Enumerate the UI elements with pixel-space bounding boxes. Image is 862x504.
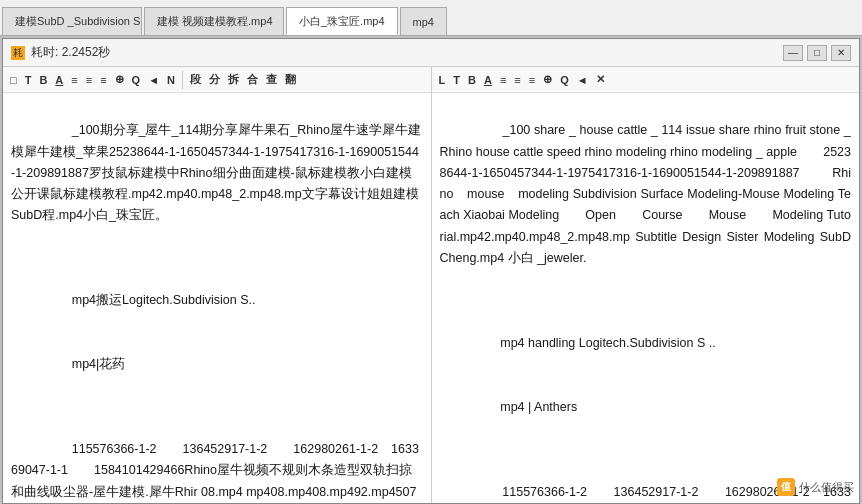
left-tb-cha[interactable]: 查 xyxy=(263,71,280,88)
tab-jianmo[interactable]: 建模 视频建模教程.mp4 xyxy=(144,7,284,35)
right-tb-search[interactable]: Q xyxy=(557,73,572,87)
left-text-content[interactable]: _100期分享_屋牛_114期分享犀牛果石_Rhino屋牛速学犀牛建模犀牛建模_… xyxy=(3,93,431,503)
main-window: 耗 耗时: 2.2452秒 — □ ✕ □ T B A ≡ xyxy=(2,38,860,504)
left-tb-search[interactable]: Q xyxy=(129,73,144,87)
left-tb-he[interactable]: 合 xyxy=(244,71,261,88)
right-tb-A[interactable]: A xyxy=(481,73,495,87)
left-tb-fan[interactable]: 翻 xyxy=(282,71,299,88)
right-tb-B[interactable]: B xyxy=(465,73,479,87)
tab-bar: 建模SubD _Subdivision S... 建模 视频建模教程.mp4 小… xyxy=(0,0,862,36)
maximize-button[interactable]: □ xyxy=(807,45,827,61)
window-title: 耗时: 2.2452秒 xyxy=(31,44,110,61)
left-text-body: _100期分享_屋牛_114期分享犀牛果石_Rhino屋牛速学犀牛建模犀牛建模_… xyxy=(11,99,423,503)
right-tb-arrow[interactable]: ◄ xyxy=(574,73,591,87)
logo-text: 什么值得买 xyxy=(799,480,854,495)
right-tb-align2[interactable]: ≡ xyxy=(511,73,523,87)
left-tb-align1[interactable]: ≡ xyxy=(68,73,80,87)
left-tb-A[interactable]: A xyxy=(52,73,66,87)
right-pane-toolbar: L T B A ≡ ≡ ≡ ⊕ Q ◄ ✕ xyxy=(432,67,860,93)
app-icon: 耗 xyxy=(11,46,25,60)
divider1 xyxy=(182,71,183,89)
right-tb-close[interactable]: ✕ xyxy=(593,72,608,87)
bottom-logo: 值 什么值得买 xyxy=(777,478,854,496)
title-bar: 耗 耗时: 2.2452秒 — □ ✕ xyxy=(3,39,859,67)
left-tb-plus[interactable]: ⊕ xyxy=(112,72,127,87)
left-tb-fen[interactable]: 分 xyxy=(206,71,223,88)
right-pane: L T B A ≡ ≡ ≡ ⊕ Q ◄ ✕ _100 share _ house… xyxy=(432,67,860,503)
left-tb-arrow[interactable]: ◄ xyxy=(145,73,162,87)
right-tb-align1[interactable]: ≡ xyxy=(497,73,509,87)
left-tb-align3[interactable]: ≡ xyxy=(97,73,109,87)
left-tb-N[interactable]: N xyxy=(164,73,178,87)
left-pane: □ T B A ≡ ≡ ≡ ⊕ Q ◄ N 段 分 拆 合 查 翻 xyxy=(3,67,432,503)
title-bar-left: 耗 耗时: 2.2452秒 xyxy=(11,44,110,61)
right-tb-align3[interactable]: ≡ xyxy=(526,73,538,87)
right-tb-L[interactable]: L xyxy=(436,73,449,87)
tab-subdivision[interactable]: 建模SubD _Subdivision S... xyxy=(2,7,142,35)
left-tb-align2[interactable]: ≡ xyxy=(83,73,95,87)
left-tb-duan[interactable]: 段 xyxy=(187,71,204,88)
close-button[interactable]: ✕ xyxy=(831,45,851,61)
left-tb-B[interactable]: B xyxy=(36,73,50,87)
left-pane-toolbar: □ T B A ≡ ≡ ≡ ⊕ Q ◄ N 段 分 拆 合 查 翻 xyxy=(3,67,431,93)
right-tb-plus[interactable]: ⊕ xyxy=(540,72,555,87)
tab-zhubaojing[interactable]: 小白_珠宝匠.mp4 xyxy=(286,7,398,35)
logo-icon: 值 xyxy=(777,478,795,496)
content-area: □ T B A ≡ ≡ ≡ ⊕ Q ◄ N 段 分 拆 合 查 翻 xyxy=(3,67,859,503)
right-text-content[interactable]: _100 share _ house cattle _ 114 issue sh… xyxy=(432,93,860,503)
left-tb-square[interactable]: □ xyxy=(7,73,20,87)
tab-mp4[interactable]: mp4 xyxy=(400,7,447,35)
left-tb-T[interactable]: T xyxy=(22,73,35,87)
window-controls: — □ ✕ xyxy=(783,45,851,61)
right-tb-T[interactable]: T xyxy=(450,73,463,87)
minimize-button[interactable]: — xyxy=(783,45,803,61)
right-text-body: _100 share _ house cattle _ 114 issue sh… xyxy=(440,99,852,503)
left-tb-chai[interactable]: 拆 xyxy=(225,71,242,88)
